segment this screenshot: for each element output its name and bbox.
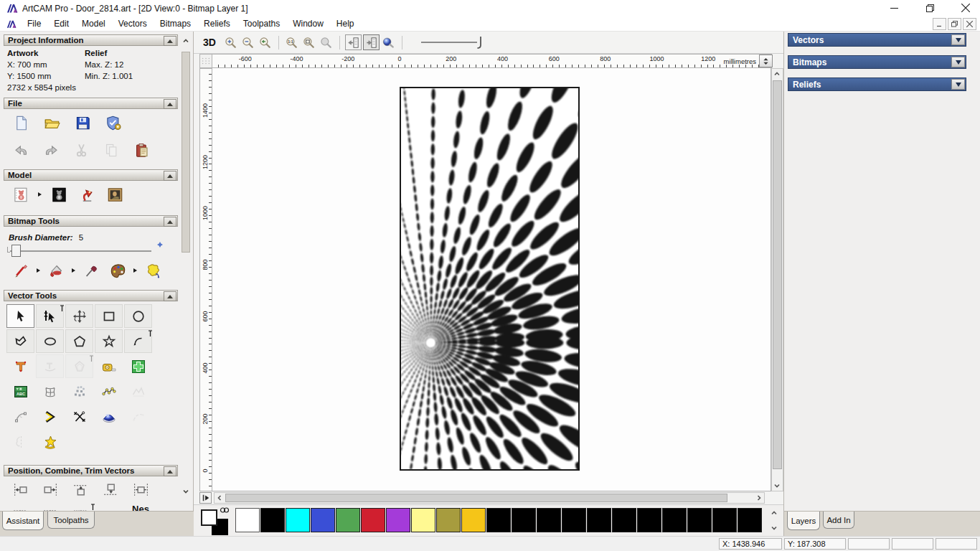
center-horizontal-button[interactable] [127, 478, 154, 501]
preview-relief-button[interactable] [380, 34, 397, 50]
mdi-close-button[interactable] [963, 18, 976, 30]
adjust-model-button[interactable] [9, 184, 33, 205]
expand-panel-button[interactable] [951, 57, 965, 67]
palette-swatch-16[interactable] [637, 508, 661, 532]
trim-vectors-button[interactable] [65, 405, 93, 428]
zoom-previous-button[interactable] [257, 34, 274, 50]
zoom-objects-button[interactable] [301, 34, 318, 50]
palette-swatch-20[interactable] [738, 508, 762, 532]
tab-toolpaths[interactable]: Toolpaths [47, 512, 95, 529]
palette-swatch-12[interactable] [537, 508, 561, 532]
scroll-up-icon[interactable] [773, 70, 781, 77]
zoom-out-button[interactable] [240, 34, 257, 50]
lighting-button[interactable] [75, 184, 99, 205]
toggle-left-pane-button[interactable] [345, 34, 362, 50]
mdi-minimize-button[interactable] [933, 18, 946, 30]
pane-split-button[interactable] [199, 492, 212, 504]
preferences-button[interactable] [101, 112, 126, 133]
offset-vector-button[interactable] [65, 354, 93, 378]
interactive-distort-button[interactable] [95, 405, 123, 428]
mdi-restore-button[interactable] [948, 18, 961, 30]
fit-arcs-button[interactable] [6, 405, 34, 428]
redo-button[interactable] [39, 139, 63, 161]
block-paste-button[interactable] [65, 380, 93, 403]
align-right-button[interactable] [37, 478, 64, 501]
palette-swatch-7[interactable] [411, 508, 435, 532]
palette-button[interactable] [105, 260, 130, 281]
palette-swatch-18[interactable] [687, 508, 712, 532]
measure-button[interactable] [95, 354, 123, 378]
menu-item-window[interactable]: Window [286, 17, 330, 31]
create-polygon-button[interactable] [65, 329, 93, 353]
scroll-left-icon[interactable] [216, 494, 223, 501]
palette-swatch-10[interactable] [486, 508, 511, 532]
primary-colour-chip[interactable] [201, 509, 217, 526]
palette-scroll-up-icon[interactable] [768, 507, 780, 519]
create-circle-button[interactable] [124, 304, 152, 328]
tab-add-in[interactable]: Add In [823, 512, 854, 529]
align-centre-right-button[interactable] [67, 504, 94, 511]
collapse-section-button[interactable] [164, 171, 176, 181]
palette-swatch-14[interactable] [587, 508, 611, 532]
palette-swatch-13[interactable] [562, 508, 586, 532]
load-bitmap-button[interactable] [103, 184, 127, 205]
toggle-3d-view-button[interactable]: 3D [203, 37, 216, 48]
align-top-button[interactable] [67, 478, 94, 501]
create-text-button[interactable] [6, 354, 34, 378]
cut-button[interactable] [69, 139, 93, 161]
palette-swatch-0[interactable] [235, 508, 260, 532]
text-in-box-button[interactable]: ABC [6, 380, 34, 403]
align-bottom-button[interactable] [97, 478, 124, 501]
palette-swatch-6[interactable] [386, 508, 410, 532]
create-rectangle-button[interactable] [95, 304, 123, 328]
scroll-up-icon[interactable] [182, 36, 190, 46]
scrollbar-thumb[interactable] [773, 80, 782, 469]
toggle-right-pane-button[interactable] [363, 34, 380, 50]
greyscale-preview-button[interactable] [47, 184, 71, 205]
align-centre-left-button[interactable] [6, 504, 34, 511]
palette-swatch-19[interactable] [712, 508, 737, 532]
paste-button[interactable] [129, 139, 154, 161]
paint-button[interactable] [9, 260, 33, 281]
palette-swatch-11[interactable] [512, 508, 536, 532]
palette-swatch-3[interactable] [311, 508, 335, 532]
create-arc-button[interactable] [124, 329, 152, 353]
wrap-text-button[interactable] [36, 354, 64, 378]
ruler-units-button[interactable] [759, 55, 773, 67]
collapse-section-button[interactable] [164, 466, 176, 476]
free-smooth-button[interactable] [95, 380, 123, 403]
thicken-vector-button[interactable] [124, 354, 152, 378]
menu-item-model[interactable]: Model [75, 17, 112, 31]
envelope-distort-button[interactable] [36, 380, 64, 403]
vertical-scrollbar[interactable] [771, 68, 783, 491]
select-button[interactable] [6, 304, 34, 328]
new-model-button[interactable] [9, 112, 33, 133]
horizontal-scrollbar[interactable] [214, 492, 765, 504]
close-button[interactable] [956, 0, 976, 16]
open-model-button[interactable] [39, 112, 64, 133]
collapse-section-button[interactable] [164, 291, 176, 301]
palette-scroll-down-icon[interactable] [768, 522, 780, 534]
palette-swatch-8[interactable] [436, 508, 461, 532]
transform-button[interactable] [65, 304, 93, 328]
nesting-button[interactable]: Nes [127, 504, 154, 511]
zoom-drawing-button[interactable] [318, 34, 335, 50]
create-ellipse-button[interactable] [36, 329, 64, 353]
drawing-canvas[interactable] [212, 68, 771, 491]
palette-swatch-9[interactable] [461, 508, 486, 532]
node-editing-button[interactable] [36, 304, 64, 328]
texture-button[interactable] [141, 260, 165, 281]
tab-layers[interactable]: Layers [787, 512, 820, 530]
colour-picker-button[interactable] [79, 260, 103, 281]
palette-swatch-17[interactable] [662, 508, 687, 532]
fit-polyline-button[interactable] [124, 405, 152, 428]
menu-item-bitmaps[interactable]: Bitmaps [154, 17, 197, 31]
collapse-section-button[interactable] [164, 217, 176, 227]
align-centre-button[interactable] [37, 504, 64, 511]
zoom-in-button[interactable] [222, 34, 240, 50]
fit-spline-button[interactable] [124, 380, 152, 403]
align-left-button[interactable] [6, 478, 34, 501]
restore-button[interactable] [920, 0, 940, 16]
scroll-down-icon[interactable] [773, 482, 781, 489]
tab-assistant[interactable]: Assistant [2, 512, 44, 530]
